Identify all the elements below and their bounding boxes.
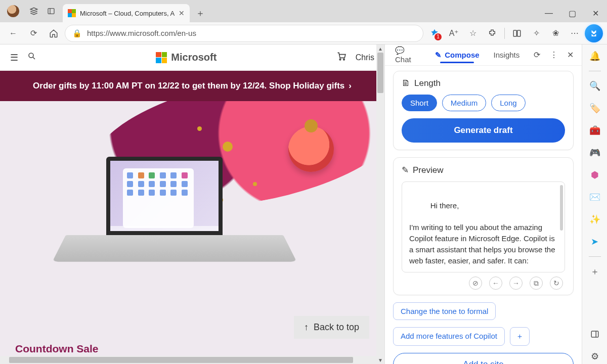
length-icon: 🗎 <box>402 78 410 88</box>
suggestion-row: Change the tone to formal <box>393 302 574 320</box>
svg-rect-0 <box>48 9 54 14</box>
workspaces-icon[interactable] <box>25 3 42 20</box>
tab-actions-icon[interactable] <box>42 3 60 20</box>
split-screen-icon[interactable] <box>508 24 526 42</box>
preview-textbox[interactable]: Hi there, I'm writing to tell you about … <box>402 181 565 272</box>
sidebar-send-icon[interactable]: ➤ <box>587 234 602 249</box>
copy-icon[interactable]: ⧉ <box>530 277 543 290</box>
copilot-panel: 💬Chat ✎Compose Insights ⟳ ⋮ ✕ 🗎Length Sh… <box>384 44 582 364</box>
performance-icon[interactable]: ❀ <box>546 24 565 42</box>
horizontal-scrollbar[interactable] <box>0 356 376 364</box>
scroll-down-icon[interactable]: ▼ <box>376 356 384 364</box>
scroll-up-icon[interactable]: ▲ <box>376 44 384 53</box>
tab-close-icon[interactable]: ✕ <box>179 9 185 17</box>
length-label: Length <box>414 78 441 88</box>
account-name[interactable]: Chris <box>356 53 374 62</box>
svg-rect-1 <box>513 30 516 36</box>
tab-title: Microsoft – Cloud, Computers, A <box>80 10 175 17</box>
length-medium-pill[interactable]: Medium <box>442 95 486 111</box>
sidebar-shopping-icon[interactable]: 🏷️ <box>587 101 602 116</box>
site-header: ☰ Microsoft Chris <box>0 44 384 71</box>
svg-rect-6 <box>591 331 598 337</box>
collections-icon[interactable]: ✧ <box>527 24 545 42</box>
preview-card: ✎Preview Hi there, I'm writing to tell y… <box>393 157 574 295</box>
copilot-button[interactable] <box>585 24 603 42</box>
menu-icon[interactable]: ☰ <box>10 52 18 63</box>
arrow-up-icon: ↑ <box>304 322 309 333</box>
chevron-right-icon: › <box>349 81 352 91</box>
microsoft-favicon-icon <box>68 9 76 17</box>
length-short-pill[interactable]: Short <box>402 95 437 111</box>
brand-text: Microsoft <box>171 52 216 63</box>
window-close-button[interactable]: ✕ <box>584 4 607 22</box>
sidebar-add-icon[interactable]: ＋ <box>587 264 602 279</box>
compose-icon: ✎ <box>435 51 442 59</box>
more-icon[interactable]: ⋯ <box>566 24 584 42</box>
refresh-button[interactable]: ⟳ <box>24 24 42 42</box>
panel-close-icon[interactable]: ✕ <box>563 47 578 63</box>
next-icon[interactable]: → <box>509 277 523 290</box>
shopping-icon[interactable] <box>425 24 444 42</box>
suggestion-row-2: Add more features of Copilot ＋ <box>393 327 574 346</box>
stop-icon[interactable]: ⊘ <box>469 277 482 290</box>
sidebar-drop-icon[interactable]: ✨ <box>587 212 602 227</box>
preview-text: Hi there, I'm writing to tell you about … <box>409 201 557 272</box>
sidebar-games-icon[interactable]: 🎮 <box>587 145 602 160</box>
url-text: https://www.microsoft.com/en-us <box>87 29 196 37</box>
suggestion-add[interactable]: ＋ <box>510 327 530 346</box>
prev-icon[interactable]: ← <box>489 277 502 290</box>
promo-text: Order gifts by 11:00 AM PT on 12/22 to g… <box>33 81 344 91</box>
vertical-scrollbar[interactable]: ▲ ▼ <box>376 44 384 364</box>
browser-tab[interactable]: Microsoft – Cloud, Computers, A ✕ <box>63 4 190 22</box>
panel-refresh-icon[interactable]: ⟳ <box>530 47 544 63</box>
tab-insights[interactable]: Insights <box>488 48 526 62</box>
favorite-icon[interactable]: ☆ <box>464 24 482 42</box>
address-bar[interactable]: 🔒 https://www.microsoft.com/en-us <box>65 25 423 42</box>
window-minimize-button[interactable]: ― <box>537 4 560 22</box>
back-to-top-label: Back to top <box>314 322 359 333</box>
suggestion-tone[interactable]: Change the tone to formal <box>393 302 496 320</box>
svg-rect-2 <box>517 30 521 36</box>
sidebar-bell-icon[interactable]: 🔔 <box>587 49 602 64</box>
regenerate-icon[interactable]: ↻ <box>550 277 563 290</box>
promo-banner[interactable]: Order gifts by 11:00 AM PT on 12/22 to g… <box>0 71 384 101</box>
pencil-icon: ✎ <box>402 165 409 175</box>
sidebar-tools-icon[interactable]: 🧰 <box>587 123 602 138</box>
svg-point-4 <box>339 59 341 60</box>
cart-icon[interactable] <box>336 51 346 64</box>
add-to-site-button[interactable]: Add to site <box>393 353 574 364</box>
length-card: 🗎Length Short Medium Long Generate draft <box>393 71 574 150</box>
sidebar-settings-icon[interactable]: ⚙ <box>587 349 602 364</box>
tab-compose[interactable]: ✎Compose <box>429 48 485 63</box>
sidebar-hide-icon[interactable] <box>587 327 602 342</box>
hero-section: ↑ Back to top Countdown Sale <box>0 101 384 364</box>
preview-label: Preview <box>413 165 443 175</box>
length-long-pill[interactable]: Long <box>491 95 525 111</box>
profile-avatar[interactable] <box>7 5 19 17</box>
new-tab-button[interactable]: ＋ <box>193 6 208 21</box>
tab-chat[interactable]: 💬Chat <box>389 43 427 67</box>
sidebar-search-icon[interactable]: 🔍 <box>587 78 602 94</box>
suggestion-more[interactable]: Add more features of Copilot <box>393 327 505 346</box>
site-info-icon[interactable]: 🔒 <box>72 29 82 38</box>
extensions-icon[interactable] <box>483 24 501 42</box>
back-to-top-button[interactable]: ↑ Back to top <box>294 316 369 339</box>
back-button[interactable]: ← <box>4 24 22 42</box>
read-aloud-icon[interactable]: A⁺ <box>445 24 463 42</box>
generate-draft-button[interactable]: Generate draft <box>402 118 565 143</box>
title-bar: Microsoft – Cloud, Computers, A ✕ ＋ ― ▢ … <box>0 0 607 22</box>
svg-point-5 <box>343 59 344 60</box>
decorative-clock-icon <box>288 126 334 172</box>
sale-heading: Countdown Sale <box>15 343 99 355</box>
preview-scrollbar[interactable] <box>560 185 563 231</box>
sidebar-m365-icon[interactable]: ⬢ <box>587 167 602 183</box>
window-maximize-button[interactable]: ▢ <box>560 4 584 22</box>
microsoft-logo[interactable]: Microsoft <box>156 52 216 63</box>
search-icon[interactable] <box>27 52 36 63</box>
sidebar-outlook-icon[interactable]: ✉️ <box>587 190 602 205</box>
laptop-image <box>66 157 283 293</box>
copilot-panel-header: 💬Chat ✎Compose Insights ⟳ ⋮ ✕ <box>385 44 582 66</box>
panel-more-icon[interactable]: ⋮ <box>546 47 561 63</box>
home-button[interactable] <box>45 24 63 42</box>
browser-toolbar: ← ⟳ 🔒 https://www.microsoft.com/en-us A⁺… <box>0 22 607 44</box>
